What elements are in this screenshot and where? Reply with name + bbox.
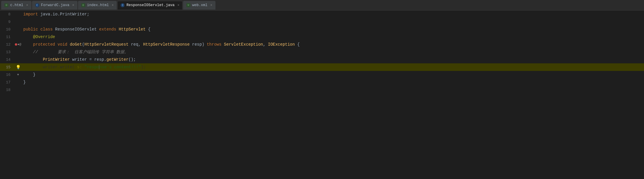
line-num-8: 8	[0, 12, 14, 17]
override-indicator: ●	[17, 43, 20, 46]
tab-close-forward-java[interactable]: ×	[72, 3, 74, 7]
line-num-16: 16	[0, 73, 14, 77]
code-line-9: 9	[0, 18, 644, 26]
tab-label-web-xml: web.xml	[192, 3, 208, 7]
tab-index-html[interactable]: H index.html ×	[78, 1, 117, 10]
line-num-11: 11	[0, 35, 14, 39]
code-line-8: 8 import java.io.PrintWriter;	[0, 10, 644, 18]
line-content-11: @Override	[22, 33, 644, 41]
gutter-12: ● @	[14, 43, 22, 46]
tab-label-forward-java: ForwardC.java	[41, 3, 70, 7]
line-content-13: // 要求： 往客户端回传 字符串 数据。	[22, 48, 644, 56]
java-icon-forward: C	[35, 3, 39, 7]
code-line-11: 11 @Override	[0, 33, 644, 41]
line-content-18	[22, 86, 644, 94]
code-line-15: 15 💡 writer.write( s: "response's conten…	[0, 63, 644, 71]
code-line-17: 17 }	[0, 78, 644, 86]
xml-icon-web: W	[186, 3, 190, 7]
line-num-12: 12	[0, 42, 14, 47]
html-icon-index: H	[81, 3, 85, 7]
java-icon-response: C	[121, 3, 125, 7]
line-num-10: 10	[0, 27, 14, 32]
line-num-18: 18	[0, 88, 14, 92]
line-content-8: import java.io.PrintWriter;	[22, 10, 644, 18]
html-icon: H	[4, 3, 8, 7]
bulb-icon[interactable]: 💡	[16, 65, 21, 70]
line-content-10: public class ResponseIOServlet extends H…	[22, 26, 644, 33]
tab-web-xml[interactable]: W web.xml ×	[183, 1, 215, 10]
breakpoint-dot	[15, 43, 17, 46]
line-content-17: }	[22, 78, 644, 86]
tab-label-index-html: index.html	[87, 3, 109, 7]
tab-forward-java[interactable]: C ForwardC.java ×	[32, 1, 77, 10]
line-num-14: 14	[0, 58, 14, 62]
tab-close-c-html[interactable]: ×	[26, 3, 28, 7]
line-num-15: 15	[0, 65, 14, 69]
code-line-13: 13 // 要求： 往客户端回传 字符串 数据。	[0, 48, 644, 56]
code-line-16: 16 ▼ }	[0, 71, 644, 78]
line-content-16: }	[22, 71, 644, 78]
tab-close-index-html[interactable]: ×	[112, 3, 114, 7]
code-line-10: 10 public class ResponseIOServlet extend…	[0, 26, 644, 33]
code-line-12: 12 ● @ protected void doGet(HttpServletR…	[0, 41, 644, 48]
tab-close-web-xml[interactable]: ×	[210, 3, 213, 7]
line-content-14: PrintWriter writer = resp.getWriter();	[22, 56, 644, 63]
gutter-15: 💡	[14, 65, 22, 70]
tab-label-response-java: ResponseIOServlet.java	[126, 3, 174, 7]
tab-bar: H c.html × C ForwardC.java × H index.htm…	[0, 0, 644, 10]
tab-c-html[interactable]: H c.html ×	[1, 1, 31, 10]
line-content-12: protected void doGet(HttpServletRequest …	[22, 41, 644, 48]
line-content-15: writer.write( s: "response's content!!!"…	[22, 63, 644, 71]
tab-label-c-html: c.html	[10, 3, 23, 7]
code-line-18: 18	[0, 86, 644, 94]
line-num-17: 17	[0, 80, 14, 85]
tab-response-java[interactable]: C ResponseIOServlet.java ×	[117, 1, 183, 10]
fold-icon-16[interactable]: ▼	[17, 73, 19, 76]
annotation-indicator: @	[20, 43, 22, 46]
code-editor[interactable]: 8 import java.io.PrintWriter; 9 10 publi…	[0, 10, 644, 179]
gutter-16: ▼	[14, 73, 22, 76]
line-content-9	[22, 18, 644, 26]
line-num-13: 13	[0, 50, 14, 54]
line-num-9: 9	[0, 20, 14, 24]
tab-close-response-java[interactable]: ×	[177, 3, 179, 7]
code-line-14: 14 PrintWriter writer = resp.getWriter()…	[0, 56, 644, 63]
